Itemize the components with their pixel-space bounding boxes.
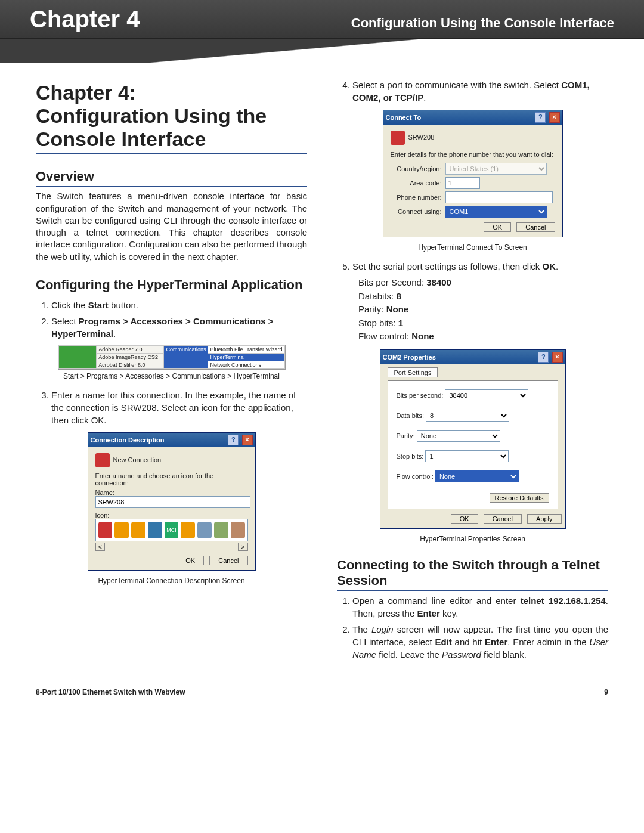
dialog-title: COM2 Properties [383, 354, 436, 361]
overview-text: The Switch features a menu-driven consol… [36, 190, 307, 263]
footer-left: 8-Port 10/100 Ethernet Switch with Webvi… [36, 688, 185, 696]
connect-using-select[interactable]: COM1 [445, 206, 547, 218]
dialog-title: Connect To [386, 114, 422, 121]
tab-port-settings[interactable]: Port Settings [388, 367, 438, 377]
dialog-title: Connection Description [91, 436, 165, 444]
cancel-button[interactable]: Cancel [516, 222, 555, 232]
ok-button[interactable]: OK [451, 514, 478, 524]
step-2: Select Programs > Accessories > Communic… [51, 315, 307, 340]
telnet-step-2: The Login screen will now appear. The fi… [352, 623, 608, 661]
left-column: Chapter 4: Configuration Using the Conso… [36, 75, 307, 664]
close-icon[interactable]: × [242, 435, 253, 445]
overview-heading: Overview [36, 169, 307, 187]
start-menu-screenshot: Adobe Reader 7.0 Communications Bluetoot… [58, 345, 286, 370]
restore-defaults-button[interactable]: Restore Defaults [490, 493, 549, 503]
help-icon[interactable]: ? [538, 352, 549, 363]
cancel-button[interactable]: Cancel [209, 556, 247, 565]
header-diagonal [0, 39, 644, 63]
page-number: 9 [604, 688, 608, 696]
step-5: Set the serial port settings as follows,… [352, 260, 608, 343]
cancel-button[interactable]: Cancel [484, 514, 522, 524]
close-icon[interactable]: × [552, 352, 563, 363]
header-title: Configuration Using the Console Interfac… [351, 16, 614, 31]
com-props-caption: HyperTerminal Properties Screen [337, 535, 608, 543]
databits-select[interactable]: 8 [426, 410, 509, 422]
dialog-com-properties: COM2 Properties ? × Port Settings Bits p… [380, 349, 566, 529]
step-1: Click the Start button. [51, 299, 307, 311]
phone-icon [391, 131, 405, 145]
stopbits-select[interactable]: 1 [425, 450, 509, 462]
scroll-left-icon[interactable]: < [95, 543, 105, 551]
connect-to-caption: HyperTerminal Connect To Screen [337, 243, 608, 252]
bps-select[interactable]: 38400 [445, 389, 528, 401]
chapter-heading: Chapter 4: Configuration Using the Conso… [36, 81, 307, 154]
startbar-caption: Start > Programs > Accessories > Communi… [36, 372, 307, 380]
telnet-heading: Connecting to the Switch through a Telne… [337, 558, 608, 591]
close-icon[interactable]: × [549, 112, 560, 123]
parity-select[interactable]: None [417, 430, 500, 442]
ok-button[interactable]: OK [484, 222, 511, 232]
flowcontrol-select[interactable]: None [435, 470, 519, 482]
icon-selector[interactable]: MCI [95, 519, 248, 541]
step-4: Select a port to communicate with the sw… [352, 79, 608, 104]
help-icon[interactable]: ? [228, 435, 239, 445]
help-icon[interactable]: ? [535, 112, 546, 123]
ok-button[interactable]: OK [177, 556, 204, 565]
scroll-right-icon[interactable]: > [238, 543, 247, 551]
name-input[interactable] [95, 496, 250, 508]
conn-desc-caption: HyperTerminal Connection Description Scr… [36, 577, 307, 585]
page-footer: 8-Port 10/100 Ethernet Switch with Webvi… [0, 682, 644, 714]
right-column: Select a port to communicate with the sw… [337, 75, 608, 664]
dialog-connect-to: Connect To ? × SRW208 Enter details for … [383, 110, 563, 237]
apply-button[interactable]: Apply [527, 514, 562, 524]
country-select: United States (1) [445, 163, 547, 175]
hyperterminal-heading: Configuring the HyperTerminal Applicatio… [36, 277, 307, 295]
step-3: Enter a name for this connection. In the… [51, 389, 307, 426]
dialog-connection-description: Connection Description ? × New Connectio… [88, 432, 256, 571]
phone-input[interactable] [445, 191, 553, 203]
page-header: Chapter 4 Configuration Using the Consol… [0, 0, 644, 39]
area-code-input [445, 177, 480, 189]
telnet-step-1: Open a command line editor and enter tel… [352, 594, 608, 620]
phone-icon [95, 453, 110, 467]
chapter-label: Chapter 4 [30, 6, 140, 33]
